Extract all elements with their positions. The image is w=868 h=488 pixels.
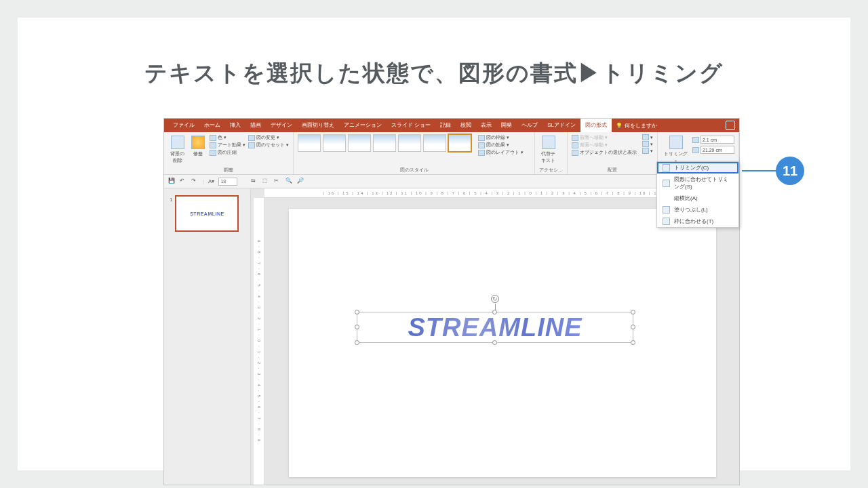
group-adjust: 背景の 削除 修整 色 ▾ アート効果 ▾ 図の圧縮 図の変更 ▾ 図のリセット…	[164, 132, 294, 174]
arrange-buttons: 前面へ移動 ▾ 背面へ移動 ▾ オブジェクトの選択と表示	[572, 134, 637, 156]
selected-picture[interactable]: ↻ STREAMLINE	[357, 312, 633, 343]
slide[interactable]: ↻ STREAMLINE	[289, 209, 716, 477]
width-input[interactable]: 21.29 cm	[701, 146, 734, 154]
picture-layout-button[interactable]: 図のレイアウト ▾	[478, 149, 524, 156]
resize-handle[interactable]	[355, 325, 359, 329]
style-thumb-selected[interactable]	[448, 134, 471, 152]
menu-fit[interactable]: 枠に合わせる(T)	[657, 216, 738, 227]
headline: テキストを選択した状態で、図形の書式▶トリミング	[18, 58, 850, 89]
height-icon	[692, 137, 699, 143]
color-icon	[210, 135, 216, 141]
lightbulb-icon: 💡	[616, 123, 623, 129]
tab-help[interactable]: ヘルプ	[517, 119, 542, 132]
tab-record[interactable]: 記録	[435, 119, 456, 132]
menu-fill[interactable]: 塗りつぶし(L)	[657, 204, 738, 216]
menu-aspect-ratio[interactable]: 縦横比(A)	[657, 192, 738, 204]
crop-button[interactable]: トリミング▾	[662, 134, 690, 165]
style-thumb[interactable]	[348, 134, 371, 152]
group-label-adjust: 調整	[168, 166, 289, 174]
width-icon	[692, 147, 699, 153]
tab-home[interactable]: ホーム	[199, 119, 225, 132]
menu-crop[interactable]: トリミング(C)	[657, 162, 738, 174]
tab-file[interactable]: ファイル	[168, 119, 199, 132]
work-area: 1 STREAMLINE | 16 | 15 | 14 | 13 | 12 | …	[164, 188, 739, 485]
group-label-access: アクセシ…	[539, 166, 563, 174]
undo-icon[interactable]: ↶	[180, 178, 187, 185]
tab-developer[interactable]: 開発	[496, 119, 517, 132]
corrections-button[interactable]: 修整	[189, 134, 207, 159]
tab-animations[interactable]: アニメーション	[339, 119, 387, 132]
send-backward-button[interactable]: 背面へ移動 ▾	[572, 142, 637, 148]
save-icon[interactable]: 💾	[168, 178, 176, 185]
group-button[interactable]: ▾	[642, 141, 653, 147]
backward-icon	[572, 142, 578, 148]
artistic-effects-button[interactable]: アート効果 ▾	[210, 142, 245, 148]
style-thumb[interactable]	[423, 134, 446, 152]
tell-me[interactable]: 💡何をしますか	[616, 122, 657, 129]
alt-text-button[interactable]: 代替テ キスト	[539, 134, 557, 165]
align-button[interactable]: ▾	[642, 134, 653, 140]
tab-picture-format[interactable]: 図の形式	[580, 119, 612, 132]
qat-icon[interactable]: ⇆	[251, 178, 258, 185]
compress-button[interactable]: 図の圧縮	[210, 149, 245, 156]
rotate-handle[interactable]: ↻	[491, 295, 499, 303]
resize-handle[interactable]	[492, 310, 497, 314]
tab-slideshow[interactable]: スライド ショー	[387, 119, 435, 132]
callout-connector	[742, 170, 776, 171]
style-gallery[interactable]	[298, 134, 471, 152]
canvas[interactable]: ↻ STREAMLINE	[267, 201, 727, 482]
qat-icon[interactable]: ✂	[274, 178, 281, 185]
alt-text-icon	[542, 136, 555, 149]
tab-view[interactable]: 表示	[476, 119, 496, 132]
ribbon-tab-strip: ファイル ホーム 挿入 描画 デザイン 画面切り替え アニメーション スライド …	[164, 119, 739, 132]
selection-pane-button[interactable]: オブジェクトの選択と表示	[572, 149, 637, 156]
picture-effects-button[interactable]: 図の効果 ▾	[478, 142, 524, 148]
resize-handle[interactable]	[631, 340, 635, 345]
qat-icon[interactable]: 🔍	[285, 178, 293, 185]
picture-border-button[interactable]: 図の枠線 ▾	[478, 134, 524, 141]
font-color-icon[interactable]: A▾	[208, 178, 214, 184]
resize-handle[interactable]	[631, 310, 635, 314]
resize-handle[interactable]	[355, 340, 359, 345]
rotate-button[interactable]: ▾	[642, 148, 653, 154]
border-icon	[478, 135, 485, 141]
tab-draw[interactable]: 描画	[245, 119, 266, 132]
tab-sladdin[interactable]: SLアドイン	[542, 119, 580, 132]
adjust-small-buttons: 色 ▾ アート効果 ▾ 図の圧縮	[210, 134, 245, 156]
remove-background-button[interactable]: 背景の 削除	[168, 134, 186, 165]
qat-icon[interactable]: 🔎	[297, 178, 304, 185]
resize-handle[interactable]	[631, 325, 635, 329]
resize-handle[interactable]	[355, 310, 359, 314]
bring-forward-button[interactable]: 前面へ移動 ▾	[572, 134, 637, 141]
redo-icon[interactable]: ↷	[191, 178, 199, 185]
vertical-ruler: 9 · 8 · 7 · 6 · 5 · 4 · 3 · 2 · 1 · 0 · …	[254, 198, 264, 485]
qat-icon[interactable]: ⬚	[262, 178, 270, 185]
corrections-icon	[191, 136, 205, 149]
width-row: 21.29 cm	[692, 146, 734, 154]
style-thumb[interactable]	[373, 134, 396, 152]
resize-handle[interactable]	[492, 340, 497, 345]
color-button[interactable]: 色 ▾	[210, 134, 245, 141]
slide-thumbnail-pane[interactable]: 1 STREAMLINE	[164, 188, 251, 485]
slide-thumbnail-1[interactable]: STREAMLINE	[175, 195, 239, 232]
reset-picture-button[interactable]: 図のリセット ▾	[248, 142, 289, 148]
tab-insert[interactable]: 挿入	[225, 119, 245, 132]
style-thumb[interactable]	[298, 134, 321, 152]
font-size-input[interactable]: 18	[218, 178, 237, 186]
style-thumb[interactable]	[323, 134, 346, 152]
remove-bg-icon	[171, 136, 184, 149]
menu-crop-to-shape[interactable]: 図形に合わせてトリミング(S)	[657, 174, 738, 192]
tab-design[interactable]: デザイン	[266, 119, 297, 132]
change-picture-button[interactable]: 図の変更 ▾	[248, 134, 289, 141]
fill-icon	[663, 206, 670, 214]
layout-icon	[478, 150, 485, 156]
powerpoint-window: ファイル ホーム 挿入 描画 デザイン 画面切り替え アニメーション スライド …	[164, 119, 739, 485]
tab-review[interactable]: 校閲	[456, 119, 476, 132]
group-label-arrange: 配置	[572, 166, 653, 174]
tab-transitions[interactable]: 画面切り替え	[297, 119, 339, 132]
rotate-icon	[642, 148, 649, 154]
style-thumb[interactable]	[398, 134, 421, 152]
align-icon	[642, 134, 649, 140]
comments-icon[interactable]	[726, 121, 735, 130]
height-input[interactable]: 2.1 cm	[701, 136, 734, 144]
